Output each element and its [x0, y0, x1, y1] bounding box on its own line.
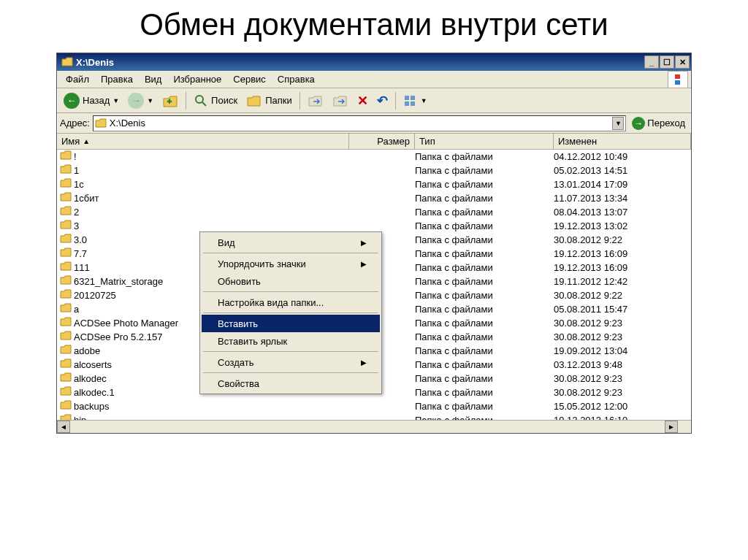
menu-item[interactable]: Создать▶ — [202, 353, 380, 371]
go-icon: → — [632, 117, 645, 130]
table-row[interactable]: bipПапка с файлами19.12.2013 16:10 — [57, 413, 691, 420]
address-label: Адрес: — [60, 118, 90, 129]
menu-file[interactable]: Файл — [60, 72, 95, 86]
table-row[interactable]: 2Папка с файлами08.04.2013 13:07 — [57, 205, 691, 219]
folder-up-icon — [162, 93, 178, 108]
file-modified: 30.08.2012 9:23 — [554, 331, 691, 342]
file-modified: 30.08.2012 9:23 — [554, 387, 691, 398]
menu-item[interactable]: Свойства — [202, 375, 380, 392]
delete-icon: ✕ — [357, 93, 368, 109]
column-type[interactable]: Тип — [415, 134, 554, 149]
menu-edit[interactable]: Правка — [95, 72, 139, 86]
menu-item[interactable]: Вставить — [202, 315, 380, 332]
menu-favorites[interactable]: Избранное — [167, 72, 227, 86]
menu-tools[interactable]: Сервис — [227, 72, 272, 86]
file-name: 1c — [74, 179, 84, 190]
table-row[interactable]: 1Папка с файлами05.02.2013 14:51 — [57, 164, 691, 177]
file-modified: 19.11.2012 12:42 — [554, 276, 691, 287]
address-dropdown-button[interactable]: ▼ — [612, 117, 624, 130]
submenu-arrow-icon: ▶ — [361, 260, 367, 268]
folder-icon — [60, 303, 72, 315]
menu-item[interactable]: Упорядочить значки▶ — [202, 255, 380, 272]
file-name: 111 — [74, 262, 90, 273]
folder-icon — [60, 192, 72, 204]
menu-view[interactable]: Вид — [139, 72, 168, 86]
delete-button[interactable]: ✕ — [354, 91, 372, 111]
svg-rect-7 — [411, 96, 415, 100]
table-row[interactable]: !Папка с файлами04.12.2012 10:49 — [57, 150, 691, 164]
address-bar: Адрес: X:\Denis ▼ → Переход — [57, 113, 691, 134]
table-row[interactable]: 1cПапка с файлами13.01.2014 17:09 — [57, 177, 691, 191]
minimize-button[interactable]: _ — [644, 55, 659, 69]
move-to-button[interactable] — [304, 91, 327, 110]
table-row[interactable]: 1cбитПапка с файлами11.07.2013 13:34 — [57, 191, 691, 205]
search-button[interactable]: Поиск — [190, 91, 241, 110]
close-button[interactable]: ✕ — [675, 55, 690, 69]
chevron-down-icon: ▼ — [147, 97, 153, 104]
file-modified: 19.12.2013 16:09 — [554, 262, 691, 273]
go-button[interactable]: → Переход — [629, 115, 688, 131]
maximize-button[interactable]: ☐ — [660, 55, 674, 69]
menu-item[interactable]: Вид▶ — [202, 234, 380, 251]
file-type: Папка с файлами — [415, 234, 554, 245]
folder-icon — [60, 400, 72, 413]
folder-icon — [60, 317, 72, 329]
search-label: Поиск — [211, 95, 237, 106]
file-modified: 30.08.2012 9:23 — [554, 318, 691, 329]
column-size[interactable]: Размер — [349, 134, 415, 149]
move-to-icon — [308, 93, 324, 108]
menu-separator — [203, 312, 378, 313]
menu-item-label: Настройка вида папки... — [218, 297, 324, 308]
menu-help[interactable]: Справка — [272, 72, 321, 86]
file-name: backups — [74, 401, 109, 412]
scroll-left-button[interactable]: ◄ — [57, 421, 70, 433]
menu-item[interactable]: Настройка вида папки... — [202, 294, 380, 311]
table-row[interactable]: backupsПапка с файлами15.05.2012 12:00 — [57, 399, 691, 413]
horizontal-scrollbar[interactable]: ◄ ► — [57, 420, 691, 433]
submenu-arrow-icon: ▶ — [361, 239, 367, 247]
file-type: Папка с файлами — [415, 179, 554, 190]
address-input[interactable]: X:\Denis ▼ — [93, 115, 627, 131]
file-modified: 19.12.2013 16:10 — [554, 415, 691, 420]
titlebar[interactable]: X:\Denis _ ☐ ✕ — [57, 53, 691, 71]
menu-item[interactable]: Обновить — [202, 272, 380, 290]
back-button[interactable]: ← Назад ▼ — [60, 91, 123, 111]
svg-rect-9 — [411, 101, 415, 106]
undo-button[interactable]: ↶ — [373, 91, 392, 111]
file-modified: 04.12.2012 10:49 — [554, 151, 691, 162]
folders-label: Папки — [265, 95, 292, 106]
file-type: Папка с файлами — [415, 165, 554, 176]
file-type: Папка с файлами — [415, 220, 554, 231]
file-type: Папка с файлами — [415, 318, 554, 329]
toolbar-separator — [299, 92, 300, 110]
column-modified[interactable]: Изменен — [554, 134, 691, 149]
menu-item-label: Вставить ярлык — [218, 336, 287, 347]
forward-button[interactable]: → ▼ — [124, 91, 157, 111]
undo-icon: ↶ — [377, 93, 388, 109]
scroll-right-button[interactable]: ► — [665, 421, 678, 433]
file-type: Папка с файлами — [415, 401, 554, 412]
copy-to-icon — [332, 93, 348, 108]
views-button[interactable]: ▼ — [400, 92, 431, 110]
file-type: Папка с файлами — [415, 331, 554, 342]
file-modified: 30.08.2012 9:22 — [554, 290, 691, 301]
file-modified: 19.12.2013 13:02 — [554, 220, 691, 231]
file-name: 3 — [74, 220, 79, 231]
list-body[interactable]: !Папка с файлами04.12.2012 10:491Папка с… — [57, 150, 691, 420]
views-icon — [403, 94, 418, 107]
file-name: alcoserts — [74, 359, 112, 370]
folders-button[interactable]: Папки — [243, 91, 296, 110]
menu-item[interactable]: Вставить ярлык — [202, 332, 380, 350]
file-name: ! — [74, 151, 77, 162]
file-type: Папка с файлами — [415, 193, 554, 204]
folder-icon — [60, 261, 72, 274]
file-modified: 19.09.2012 13:04 — [554, 345, 691, 356]
file-modified: 11.07.2013 13:34 — [554, 193, 691, 204]
column-name[interactable]: Имя▲ — [57, 134, 349, 149]
file-name: bip — [74, 415, 86, 420]
copy-to-button[interactable] — [329, 91, 352, 110]
folder-icon — [60, 331, 72, 343]
file-modified: 30.08.2012 9:23 — [554, 373, 691, 384]
file-type: Папка с файлами — [415, 359, 554, 370]
up-button[interactable] — [159, 91, 182, 110]
